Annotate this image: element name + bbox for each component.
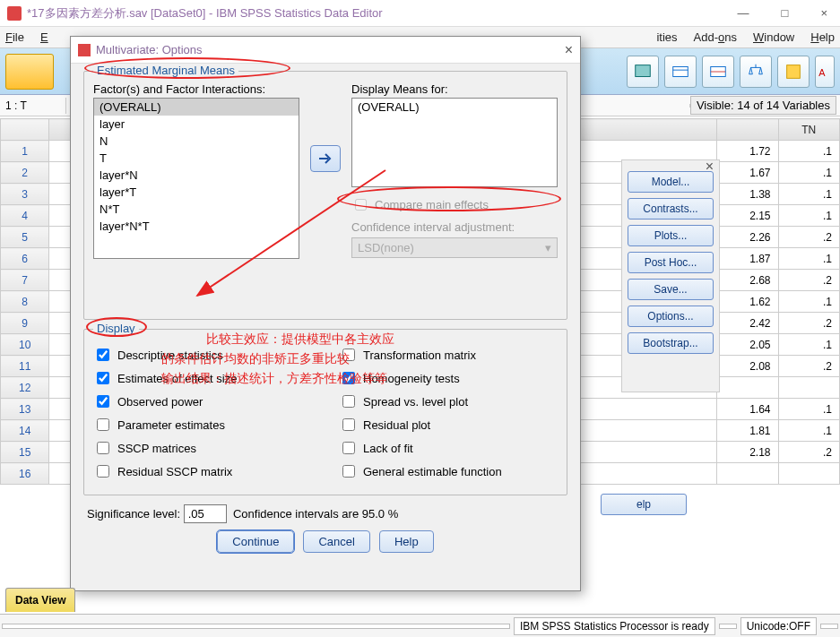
model-button[interactable]: Model... <box>628 171 714 193</box>
option-checkbox[interactable] <box>342 418 355 431</box>
toolbar-icon-1[interactable] <box>627 56 659 88</box>
row-header[interactable]: 7 <box>1 270 49 291</box>
grid-cell[interactable]: 1.81 <box>717 420 778 442</box>
grid-cell[interactable]: 2.08 <box>717 356 778 377</box>
grid-cell[interactable]: 1.72 <box>717 141 778 162</box>
toolbar-icon-6[interactable]: A <box>815 56 835 88</box>
toolbar-icon-2[interactable] <box>664 56 697 88</box>
grid-cell[interactable]: 2.68 <box>717 270 778 291</box>
option-checkbox[interactable] <box>342 465 355 478</box>
row-header[interactable]: 9 <box>1 313 49 334</box>
toolbar-scale-icon[interactable] <box>740 56 772 88</box>
grid-cell[interactable]: 1.38 <box>717 184 778 205</box>
maximize-button[interactable]: □ <box>776 4 794 22</box>
grid-cell[interactable]: .1 <box>778 162 839 184</box>
factors-listbox[interactable]: (OVERALL)layerNTlayer*Nlayer*TN*Tlayer*N… <box>93 98 299 259</box>
col-header-1[interactable] <box>717 119 778 141</box>
row-header[interactable]: 5 <box>1 227 49 248</box>
grid-cell[interactable]: .2 <box>778 442 839 463</box>
continue-button[interactable]: Continue <box>217 530 294 553</box>
grid-cell[interactable]: .2 <box>778 313 839 334</box>
open-file-icon[interactable] <box>5 54 54 90</box>
display-means-listbox[interactable]: (OVERALL) <box>351 98 558 187</box>
factor-item[interactable]: N <box>94 133 299 150</box>
row-header[interactable]: 12 <box>1 377 49 399</box>
grid-cell[interactable]: 1.87 <box>717 248 778 270</box>
factor-item[interactable]: layer*N <box>94 167 299 184</box>
sig-level-input[interactable] <box>184 504 227 523</box>
side-close-icon[interactable]: × <box>706 159 714 175</box>
row-header[interactable]: 4 <box>1 205 49 227</box>
row-header[interactable]: 8 <box>1 291 49 313</box>
minimize-button[interactable]: — <box>732 4 755 22</box>
factor-item[interactable]: layer <box>94 116 299 133</box>
menu-edit[interactable]: E <box>40 30 48 44</box>
grid-cell[interactable] <box>778 463 839 485</box>
grid-cell[interactable]: .1 <box>778 141 839 162</box>
grid-cell[interactable]: 2.42 <box>717 313 778 334</box>
option-checkbox[interactable] <box>97 418 109 431</box>
grid-cell[interactable]: .1 <box>778 334 839 356</box>
grid-cell[interactable]: .2 <box>778 356 839 377</box>
grid-cell[interactable]: .1 <box>778 291 839 313</box>
row-header[interactable]: 2 <box>1 162 49 184</box>
factor-item[interactable]: layer*T <box>94 184 299 201</box>
move-right-button[interactable] <box>310 145 341 172</box>
row-header[interactable]: 13 <box>1 399 49 420</box>
option-checkbox[interactable] <box>342 372 355 384</box>
grid-cell[interactable]: .1 <box>778 420 839 442</box>
option-checkbox[interactable] <box>342 442 355 454</box>
menu-utilities-fragment[interactable]: ities <box>656 30 677 44</box>
grid-cell[interactable]: .2 <box>778 227 839 248</box>
row-header[interactable]: 16 <box>1 463 49 485</box>
grid-cell[interactable] <box>717 463 778 485</box>
grid-cell[interactable]: 1.67 <box>717 162 778 184</box>
factor-item[interactable]: N*T <box>94 201 299 218</box>
grid-cell[interactable]: 2.18 <box>717 442 778 463</box>
row-header[interactable]: 14 <box>1 420 49 442</box>
grid-cell[interactable]: 2.05 <box>717 334 778 356</box>
factor-item[interactable]: layer*N*T <box>94 218 299 235</box>
option-checkbox[interactable] <box>97 442 109 454</box>
toolbar-icon-5[interactable] <box>777 56 810 88</box>
factor-item[interactable]: T <box>94 150 299 167</box>
row-header[interactable]: 3 <box>1 184 49 205</box>
dialog-close-icon[interactable]: × <box>565 42 573 58</box>
row-header[interactable]: 10 <box>1 334 49 356</box>
menu-window[interactable]: Window <box>753 30 794 44</box>
option-checkbox[interactable] <box>97 349 109 361</box>
menu-file[interactable]: File <box>5 30 24 44</box>
grid-cell[interactable]: .1 <box>778 399 839 420</box>
option-checkbox[interactable] <box>97 395 109 408</box>
col-header-TN[interactable]: TN <box>778 119 839 141</box>
compare-main-effects-checkbox[interactable] <box>355 199 367 211</box>
grid-cell[interactable] <box>717 377 778 399</box>
grid-cell[interactable]: 2.15 <box>717 205 778 227</box>
row-header[interactable]: 1 <box>1 141 49 162</box>
toolbar-icon-3[interactable] <box>702 56 734 88</box>
posthoc-button[interactable]: Post Hoc... <box>628 252 714 273</box>
grid-cell[interactable]: .1 <box>778 248 839 270</box>
grid-cell[interactable] <box>778 377 839 399</box>
bootstrap-button[interactable]: Bootstrap... <box>628 332 714 354</box>
row-header[interactable]: 6 <box>1 248 49 270</box>
menu-addons[interactable]: Add-ons <box>694 30 737 44</box>
grid-cell[interactable]: .1 <box>778 184 839 205</box>
tab-data-view[interactable]: Data View <box>5 588 75 612</box>
cancel-button[interactable]: Cancel <box>303 530 369 553</box>
save-button[interactable]: Save... <box>628 279 714 300</box>
grid-cell[interactable]: 1.62 <box>717 291 778 313</box>
contrasts-button[interactable]: Contrasts... <box>628 198 714 220</box>
option-checkbox[interactable] <box>97 372 109 384</box>
option-checkbox[interactable] <box>342 395 355 408</box>
help-button[interactable]: Help <box>379 530 434 553</box>
close-button[interactable]: × <box>815 4 833 22</box>
menu-help[interactable]: Help <box>810 30 835 44</box>
option-checkbox[interactable] <box>97 465 109 478</box>
option-checkbox[interactable] <box>342 349 355 361</box>
row-header[interactable]: 11 <box>1 356 49 377</box>
row-header[interactable]: 15 <box>1 442 49 463</box>
display-means-item[interactable]: (OVERALL) <box>352 99 557 116</box>
factor-item[interactable]: (OVERALL) <box>94 99 299 116</box>
grid-cell[interactable]: .2 <box>778 270 839 291</box>
